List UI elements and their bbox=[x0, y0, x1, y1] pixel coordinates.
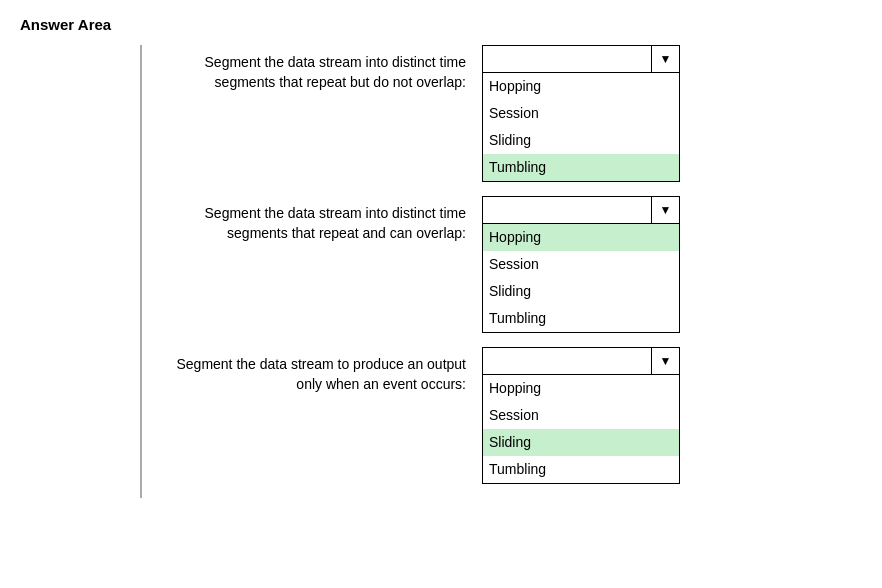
dropdown-item-3-4[interactable]: Tumbling bbox=[483, 456, 679, 483]
dropdown-item-2-4[interactable]: Tumbling bbox=[483, 305, 679, 332]
dropdown-list-3: HoppingSessionSlidingTumbling bbox=[482, 375, 680, 484]
dropdown-selected-3 bbox=[483, 359, 651, 363]
dropdown-list-1: HoppingSessionSlidingTumbling bbox=[482, 73, 680, 182]
dropdown-item-1-3[interactable]: Sliding bbox=[483, 127, 679, 154]
dropdown-3: ▼HoppingSessionSlidingTumbling bbox=[482, 347, 680, 484]
dropdown-header-3[interactable]: ▼ bbox=[482, 347, 680, 375]
dropdown-item-1-4[interactable]: Tumbling bbox=[483, 154, 679, 181]
question-text-1: Segment the data stream into distinct ti… bbox=[142, 45, 482, 100]
dropdown-1: ▼HoppingSessionSlidingTumbling bbox=[482, 45, 680, 182]
question-text-2: Segment the data stream into distinct ti… bbox=[142, 196, 482, 251]
question-row-1: Segment the data stream into distinct ti… bbox=[142, 45, 862, 182]
dropdown-item-2-2[interactable]: Session bbox=[483, 251, 679, 278]
dropdown-header-1[interactable]: ▼ bbox=[482, 45, 680, 73]
dropdown-selected-2 bbox=[483, 208, 651, 212]
dropdown-item-1-1[interactable]: Hopping bbox=[483, 73, 679, 100]
content-area: Segment the data stream into distinct ti… bbox=[20, 45, 862, 498]
dropdown-2: ▼HoppingSessionSlidingTumbling bbox=[482, 196, 680, 333]
dropdown-arrow-icon-1[interactable]: ▼ bbox=[651, 45, 679, 73]
questions-panel: Segment the data stream into distinct ti… bbox=[142, 45, 862, 498]
dropdown-item-3-2[interactable]: Session bbox=[483, 402, 679, 429]
dropdown-item-3-3[interactable]: Sliding bbox=[483, 429, 679, 456]
dropdown-item-2-1[interactable]: Hopping bbox=[483, 224, 679, 251]
dropdown-arrow-icon-3[interactable]: ▼ bbox=[651, 347, 679, 375]
dropdown-item-1-2[interactable]: Session bbox=[483, 100, 679, 127]
dropdown-header-2[interactable]: ▼ bbox=[482, 196, 680, 224]
dropdown-arrow-icon-2[interactable]: ▼ bbox=[651, 196, 679, 224]
dropdown-item-2-3[interactable]: Sliding bbox=[483, 278, 679, 305]
page-title: Answer Area bbox=[20, 16, 862, 33]
dropdown-selected-1 bbox=[483, 57, 651, 61]
question-row-2: Segment the data stream into distinct ti… bbox=[142, 196, 862, 333]
question-row-3: Segment the data stream to produce an ou… bbox=[142, 347, 862, 484]
page-container: Answer Area Segment the data stream into… bbox=[0, 0, 882, 514]
dropdown-item-3-1[interactable]: Hopping bbox=[483, 375, 679, 402]
dropdown-list-2: HoppingSessionSlidingTumbling bbox=[482, 224, 680, 333]
question-text-3: Segment the data stream to produce an ou… bbox=[142, 347, 482, 402]
